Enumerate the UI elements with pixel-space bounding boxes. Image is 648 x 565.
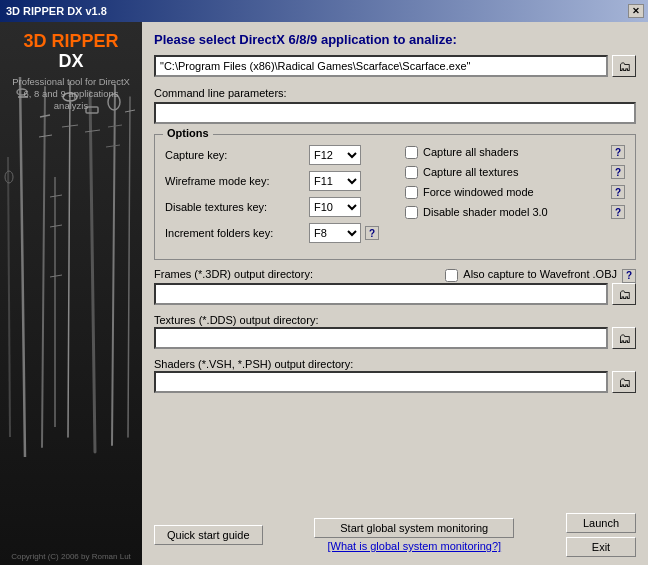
increment-folders-key-label: Increment folders key:	[165, 227, 305, 239]
capture-key-row: Capture key: F12F11F10F9F8	[165, 145, 385, 165]
shaders-dir-label: Shaders (*.VSH, *.PSH) output directory:	[154, 358, 353, 370]
capture-all-shaders-row: Capture all shaders ?	[405, 145, 625, 159]
options-inner: Capture key: F12F11F10F9F8 Wireframe mod…	[165, 145, 625, 249]
textures-dir-row: Textures (*.DDS) output directory: 🗂	[154, 313, 636, 349]
textures-dir-input[interactable]	[154, 327, 608, 349]
disable-textures-key-select[interactable]: F10F12F11F9F8	[309, 197, 361, 217]
svg-line-22	[8, 157, 10, 437]
svg-line-6	[68, 82, 70, 437]
exit-button[interactable]: Exit	[566, 537, 636, 557]
svg-line-0	[20, 77, 25, 457]
disable-shader-row: Disable shader model 3.0 ?	[405, 205, 625, 219]
section-title: Please select DirectX 6/8/9 application …	[154, 32, 636, 47]
bottom-right: Launch Exit	[566, 513, 636, 557]
increment-folders-key-row: Increment folders key: F8F12F11F10F9 ?	[165, 223, 385, 243]
close-button[interactable]: ✕	[628, 4, 644, 18]
frames-dir-input[interactable]	[154, 283, 608, 305]
cmd-input[interactable]	[154, 102, 636, 124]
also-capture-checkbox[interactable]	[445, 269, 458, 282]
app-logo: 3D RIPPER DX	[8, 32, 134, 72]
what-is-monitoring-link[interactable]: [What is global system monitoring?]	[327, 540, 501, 552]
wireframe-key-row: Wireframe mode key: F11F12F10F9F8	[165, 171, 385, 191]
frames-dir-input-row: 🗂	[154, 283, 636, 305]
bottom-center: Start global system monitoring [What is …	[314, 518, 514, 552]
app-subtitle: Professional tool for DirectX 6, 8 and 9…	[8, 76, 134, 113]
frames-browse-button[interactable]: 🗂	[612, 283, 636, 305]
cmd-label: Command line parameters:	[154, 87, 636, 99]
increment-folders-key-select[interactable]: F8F12F11F10F9	[309, 223, 361, 243]
quick-start-button[interactable]: Quick start guide	[154, 525, 263, 545]
options-group: Options Capture key: F12F11F10F9F8 Wiref…	[154, 134, 636, 260]
svg-line-11	[85, 130, 100, 132]
wireframe-key-select[interactable]: F11F12F10F9F8	[309, 171, 361, 191]
textures-dir-input-row: 🗂	[154, 327, 636, 349]
options-left: Capture key: F12F11F10F9F8 Wireframe mod…	[165, 145, 385, 249]
textures-browse-button[interactable]: 🗂	[612, 327, 636, 349]
left-panel: 3D RIPPER DX Professional tool for Direc…	[0, 22, 142, 565]
increment-folders-help[interactable]: ?	[365, 226, 379, 240]
force-windowed-label: Force windowed mode	[423, 186, 606, 198]
capture-all-shaders-label: Capture all shaders	[423, 146, 606, 158]
shaders-dir-row: Shaders (*.VSH, *.PSH) output directory:…	[154, 357, 636, 393]
app-path-row: 🗂	[154, 55, 636, 77]
svg-line-15	[106, 145, 120, 147]
force-windowed-checkbox[interactable]	[405, 186, 418, 199]
shaders-dir-input-row: 🗂	[154, 371, 636, 393]
force-windowed-row: Force windowed mode ?	[405, 185, 625, 199]
also-capture-label: Also capture to Wavefront .OBJ	[463, 268, 617, 280]
shaders-browse-button[interactable]: 🗂	[612, 371, 636, 393]
disable-shader-help[interactable]: ?	[611, 205, 625, 219]
disable-shader-checkbox[interactable]	[405, 206, 418, 219]
bottom-bar: Quick start guide Start global system mo…	[154, 509, 636, 557]
svg-line-12	[112, 85, 115, 445]
app-path-input[interactable]	[154, 55, 608, 77]
capture-all-textures-row: Capture all textures ?	[405, 165, 625, 179]
svg-line-16	[128, 97, 130, 437]
right-panel: Please select DirectX 6/8/9 application …	[142, 22, 648, 565]
textures-dir-label: Textures (*.DDS) output directory:	[154, 314, 318, 326]
disable-textures-key-row: Disable textures key: F10F12F11F9F8	[165, 197, 385, 217]
title-bar-controls: ✕	[628, 4, 644, 18]
wireframe-key-label: Wireframe mode key:	[165, 175, 305, 187]
copyright-text: Copyright (C) 2006 by Roman Lut	[0, 548, 142, 565]
frames-dir-label: Frames (*.3DR) output directory:	[154, 268, 313, 280]
main-container: 3D RIPPER DX Professional tool for Direc…	[0, 22, 648, 565]
svg-line-3	[42, 87, 45, 447]
browse-button[interactable]: 🗂	[612, 55, 636, 77]
tools-illustration	[0, 77, 142, 457]
left-panel-content: 3D RIPPER DX Professional tool for Direc…	[0, 22, 142, 119]
also-capture-help[interactable]: ?	[622, 269, 636, 283]
window-title: 3D RIPPER DX v1.8	[6, 5, 107, 17]
svg-line-9	[90, 92, 95, 452]
title-bar: 3D RIPPER DX v1.8 ✕	[0, 0, 648, 22]
capture-all-shaders-checkbox[interactable]	[405, 146, 418, 159]
shaders-dir-input[interactable]	[154, 371, 608, 393]
capture-all-textures-label: Capture all textures	[423, 166, 606, 178]
capture-key-select[interactable]: F12F11F10F9F8	[309, 145, 361, 165]
frames-dir-row: Frames (*.3DR) output directory: Also ca…	[154, 268, 636, 305]
bottom-left: Quick start guide	[154, 525, 263, 545]
options-legend: Options	[163, 127, 213, 139]
launch-button[interactable]: Launch	[566, 513, 636, 533]
capture-all-textures-checkbox[interactable]	[405, 166, 418, 179]
capture-all-textures-help[interactable]: ?	[611, 165, 625, 179]
capture-key-label: Capture key:	[165, 149, 305, 161]
start-monitoring-button[interactable]: Start global system monitoring	[314, 518, 514, 538]
disable-shader-label: Disable shader model 3.0	[423, 206, 606, 218]
options-right: Capture all shaders ? Capture all textur…	[405, 145, 625, 249]
capture-all-shaders-help[interactable]: ?	[611, 145, 625, 159]
force-windowed-help[interactable]: ?	[611, 185, 625, 199]
disable-textures-key-label: Disable textures key:	[165, 201, 305, 213]
